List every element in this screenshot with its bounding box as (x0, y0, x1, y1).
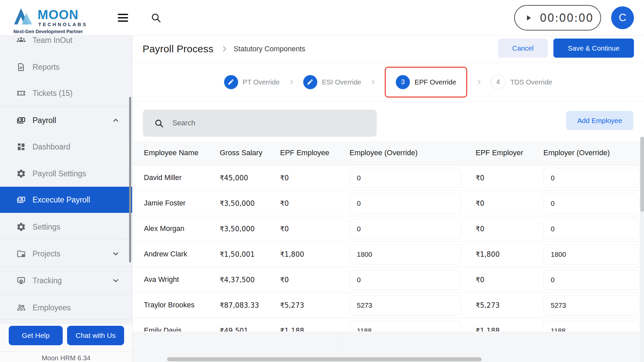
employee-override-input[interactable] (350, 193, 461, 214)
epf-employee-cell: ₹0 (280, 276, 350, 284)
sidebar-item-projects[interactable]: Projects (0, 240, 132, 267)
main-content: Payroll Process Statutory Components Can… (132, 35, 644, 362)
gross-salary-cell: ₹3,50,000 (220, 225, 280, 233)
sidebar-item-dashboard[interactable]: Dashboard (0, 133, 132, 160)
epf-employer-cell: ₹0 (476, 225, 543, 233)
sidebar-footer: Get Help Chat with Us Moon HRM 6.34 (0, 324, 132, 362)
sidebar-scrollbar[interactable] (129, 97, 131, 262)
sidebar-item-tickets-15[interactable]: Tickets (15) (0, 80, 132, 107)
get-help-button[interactable]: Get Help (9, 326, 63, 345)
breadcrumb: Statutory Components (233, 45, 305, 53)
horizontal-scrollbar[interactable] (167, 357, 482, 361)
table-row: Alex Morgan₹3,50,000₹0₹0 (132, 216, 644, 242)
employee-override-input[interactable] (350, 321, 461, 332)
step-tds-override[interactable]: 4TDS Override (491, 75, 552, 89)
report-icon (16, 62, 26, 72)
step-pt-override[interactable]: PT Override (224, 75, 280, 89)
step-epf-override[interactable]: 3EPF Override (396, 75, 456, 89)
save-continue-button[interactable]: Save & Continue (553, 39, 634, 58)
employee-name-cell: David Miller (144, 174, 220, 182)
employee-override-input[interactable] (350, 244, 461, 264)
table-row: David Miller₹45,000₹0₹0 (132, 165, 644, 191)
table-row: Jamie Foster₹3,50,000₹0₹0 (132, 191, 644, 216)
add-employee-button[interactable]: Add Employee (566, 111, 633, 130)
employee-override-input[interactable] (350, 168, 461, 188)
column-header-epf-employee: EPF Employee (280, 148, 350, 157)
employer-override-input[interactable] (543, 168, 640, 188)
sidebar-item-payroll-settings[interactable]: Payroll Settings (0, 160, 132, 187)
sidebar-item-team-inout[interactable]: Team InOut (0, 35, 132, 54)
epf-employer-cell: ₹5,273 (476, 301, 543, 309)
epf-employer-cell: ₹1,188 (476, 327, 543, 332)
sidebar-item-reports[interactable]: Reports (0, 54, 132, 80)
employer-override-input[interactable] (543, 219, 640, 239)
employee-override-input[interactable] (350, 270, 461, 290)
brand-name-primary: MOON (38, 8, 78, 22)
app-version: Moon HRM 6.34 (0, 354, 132, 362)
step-circle: 3 (396, 75, 410, 89)
epf-employee-cell: ₹0 (280, 199, 350, 207)
chevron-right-icon (475, 78, 483, 86)
play-icon[interactable] (524, 13, 533, 22)
chevron-right-icon (288, 78, 295, 86)
sidebar-item-excecute-payroll[interactable]: Excecute Payroll (0, 187, 132, 213)
pencil-icon (307, 78, 314, 85)
column-header-employee-name: Employee Name (144, 148, 220, 157)
table-row: Ava Wright₹4,37,500₹0₹0 (132, 267, 644, 293)
employer-override-input[interactable] (543, 321, 640, 332)
timer-widget[interactable]: 00:00:00 (514, 5, 601, 31)
sidebar-item-tracking[interactable]: Tracking (0, 267, 132, 294)
sidebar-item-label: Projects (33, 249, 60, 258)
vertical-scrollbar[interactable] (640, 137, 644, 212)
step-label: TDS Override (510, 78, 552, 86)
search-input[interactable] (172, 119, 361, 128)
sidebar-item-settings[interactable]: Settings (0, 214, 132, 240)
column-header-employee-override: Employee (Override) (350, 148, 476, 157)
employer-override-input[interactable] (543, 295, 640, 315)
column-header-gross-salary: Gross Salary (220, 148, 280, 157)
employer-override-input[interactable] (543, 270, 640, 290)
employer-override-input[interactable] (543, 193, 640, 214)
sidebar-item-employees[interactable]: Employees (0, 294, 132, 321)
employee-name-cell: Emily Davis (144, 326, 220, 331)
epf-employer-cell: ₹1,800 (476, 250, 543, 258)
gear-icon (16, 222, 26, 232)
epf-employer-cell: ₹0 (476, 199, 543, 207)
chevron-up-icon (111, 116, 120, 125)
user-avatar[interactable]: C (611, 6, 634, 29)
chevron-down-icon (111, 276, 120, 285)
sidebar-item-label: Dashboard (33, 142, 70, 152)
employee-name-cell: Traylor Brookes (144, 301, 220, 309)
table-header-row: Employee NameGross SalaryEPF EmployeeEmp… (132, 141, 644, 165)
chat-with-us-button[interactable]: Chat with Us (67, 326, 124, 345)
step-label: EPF Override (415, 78, 456, 86)
sidebar-item-payroll[interactable]: Payroll (0, 107, 132, 134)
column-header-employer-override: Employer (Override) (543, 148, 644, 157)
payroll-icon (16, 195, 26, 205)
sidebar-divider (0, 106, 132, 107)
sidebar-item-label: Tracking (33, 276, 62, 285)
sidebar-divider (0, 319, 132, 320)
stepper: PT OverrideESI Override3EPF Override4TDS… (132, 63, 644, 102)
dashboard-icon (16, 142, 26, 152)
search-icon[interactable] (150, 12, 162, 23)
column-header-epf-employer: EPF Employer (476, 148, 543, 157)
epf-employee-cell: ₹5,273 (280, 301, 350, 309)
employee-override-input[interactable] (350, 295, 461, 315)
table-row: Andrew Clark₹1,50,001₹1,800₹1,800 (132, 242, 644, 267)
employee-override-input[interactable] (350, 219, 461, 239)
step-esi-override[interactable]: ESI Override (303, 75, 361, 89)
employee-name-cell: Andrew Clark (144, 250, 220, 258)
employee-name-cell: Ava Wright (144, 276, 220, 284)
gross-salary-cell: ₹45,000 (220, 174, 280, 182)
sidebar-divider (0, 294, 132, 294)
employee-epf-table: Employee NameGross SalaryEPF EmployeeEmp… (132, 141, 644, 331)
chevron-down-icon (111, 249, 120, 258)
monitor-icon (16, 276, 26, 286)
footer-divider (0, 352, 132, 352)
table-search-bar[interactable] (143, 110, 377, 137)
gear-icon (16, 169, 26, 179)
hamburger-menu-icon[interactable] (118, 14, 128, 22)
employer-override-input[interactable] (543, 244, 640, 264)
cancel-button[interactable]: Cancel (498, 39, 548, 58)
